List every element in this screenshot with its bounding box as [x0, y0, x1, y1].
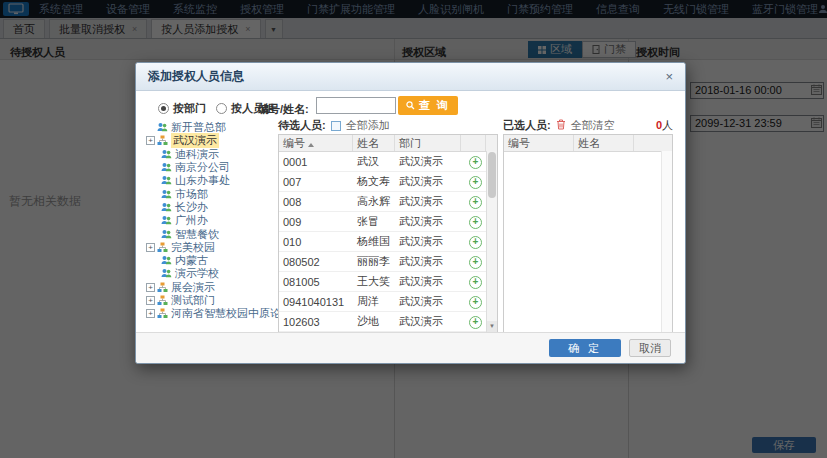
- person-id: 080502: [279, 256, 353, 268]
- users-icon: [157, 122, 168, 133]
- candidate-row: 102603沙地武汉演示+: [279, 312, 497, 332]
- tree-node[interactable]: 演示学校: [146, 267, 276, 280]
- add-all-checkbox-icon[interactable]: [331, 121, 341, 131]
- add-person-icon[interactable]: +: [469, 176, 482, 189]
- row-action-cell: +: [461, 175, 486, 189]
- row-action-cell: +: [461, 255, 486, 269]
- tree-node-label: 河南省智慧校园中原论坛: [171, 306, 292, 321]
- person-dept: 武汉演示: [395, 314, 461, 329]
- expand-icon[interactable]: +: [146, 309, 155, 318]
- tree-node[interactable]: 新开普总部: [146, 121, 276, 134]
- selected-count: 0人: [656, 118, 673, 133]
- search-label: 编号/姓名:: [258, 102, 309, 117]
- add-person-icon[interactable]: +: [469, 316, 482, 329]
- person-dept: 武汉演示: [395, 234, 461, 249]
- add-person-icon[interactable]: +: [469, 236, 482, 249]
- person-name: 丽丽李: [353, 254, 395, 269]
- expand-icon[interactable]: +: [146, 283, 155, 292]
- person-name: 武汉: [353, 154, 395, 169]
- cancel-button[interactable]: 取消: [629, 339, 671, 357]
- expand-icon[interactable]: +: [146, 296, 155, 305]
- users-icon: [161, 202, 172, 213]
- candidates-table-body: 0001武汉武汉演示+007杨文寿武汉演示+008高永辉武汉演示+009张冒武汉…: [279, 152, 497, 333]
- tree-node[interactable]: 迪科演示: [146, 148, 276, 161]
- person-dept: 武汉演示: [395, 214, 461, 229]
- candidate-row: 009张冒武汉演示+: [279, 212, 497, 232]
- org-icon: [157, 135, 168, 146]
- tree-node[interactable]: +测试部门: [146, 294, 276, 307]
- clear-all-label[interactable]: 全部清空: [571, 118, 615, 133]
- scrollbar-thumb[interactable]: [488, 152, 496, 198]
- candidate-row: 081005王大笑武汉演示+: [279, 272, 497, 292]
- search-input[interactable]: [316, 97, 396, 114]
- by-department-radio[interactable]: 按部门: [158, 101, 206, 116]
- row-action-cell: +: [461, 295, 486, 309]
- person-id: 102603: [279, 316, 353, 328]
- row-action-cell: +: [461, 235, 486, 249]
- add-person-icon[interactable]: +: [469, 216, 482, 229]
- scroll-down-icon[interactable]: ▼: [487, 321, 497, 332]
- selected-table-header: 编号 姓名: [504, 135, 672, 152]
- candidate-row: 080502丽丽李武汉演示+: [279, 252, 497, 272]
- candidates-header: 待选人员: 全部添加: [278, 119, 390, 132]
- person-dept: 武汉演示: [395, 254, 461, 269]
- person-name: 高永辉: [353, 194, 395, 209]
- search-icon: [406, 100, 415, 112]
- tree-node[interactable]: +展会演示: [146, 281, 276, 294]
- org-icon: [157, 308, 168, 319]
- col-id-label: 编号: [283, 137, 305, 149]
- expand-icon[interactable]: +: [146, 243, 155, 252]
- selected-header: 已选人员: 全部清空 0人: [503, 119, 673, 132]
- tree-node[interactable]: +武汉演示: [146, 134, 276, 147]
- candidates-table: 编号 姓名 部门 0001武汉武汉演示+007杨文寿武汉演示+008高永辉武汉演…: [278, 134, 498, 333]
- add-person-icon[interactable]: +: [469, 256, 482, 269]
- tree-node[interactable]: 南京分公司: [146, 161, 276, 174]
- tree-node[interactable]: 长沙办: [146, 201, 276, 214]
- users-icon: [161, 149, 172, 160]
- query-button[interactable]: 查 询: [398, 96, 458, 115]
- add-all-label[interactable]: 全部添加: [346, 118, 390, 133]
- app-root: 系统管理设备管理系统监控授权管理门禁扩展功能管理人脸识别闸机门禁预约管理信息查询…: [0, 0, 827, 458]
- tree-node[interactable]: 市场部: [146, 187, 276, 200]
- dialog-header: 添加授权人员信息 ×: [136, 63, 685, 91]
- selected-title: 已选人员:: [503, 118, 551, 133]
- scrollbar[interactable]: ▼: [486, 151, 497, 332]
- trash-icon[interactable]: [556, 119, 566, 132]
- add-person-icon[interactable]: +: [469, 196, 482, 209]
- dialog-footer: 确 定 取消: [136, 332, 685, 363]
- candidate-row: 010杨维国武汉演示+: [279, 232, 497, 252]
- tree-node[interactable]: 智慧餐饮: [146, 227, 276, 240]
- confirm-button[interactable]: 确 定: [549, 339, 621, 357]
- col-header-action: [461, 135, 486, 151]
- expand-icon[interactable]: +: [146, 136, 155, 145]
- query-button-label: 查 询: [419, 98, 450, 113]
- col-header-dept: 部门: [395, 135, 461, 151]
- org-icon: [157, 242, 168, 253]
- users-icon: [161, 229, 172, 240]
- tree-node[interactable]: +完美校园: [146, 241, 276, 254]
- org-icon: [157, 295, 168, 306]
- add-person-icon[interactable]: +: [469, 276, 482, 289]
- person-id: 008: [279, 196, 353, 208]
- by-department-label: 按部门: [173, 101, 206, 116]
- person-id: 0001: [279, 156, 353, 168]
- person-name: 杨维国: [353, 234, 395, 249]
- person-id: 007: [279, 176, 353, 188]
- row-action-cell: +: [461, 215, 486, 229]
- add-person-icon[interactable]: +: [469, 156, 482, 169]
- selected-table: 编号 姓名: [503, 134, 673, 333]
- person-dept: 武汉演示: [395, 294, 461, 309]
- person-dept: 武汉演示: [395, 154, 461, 169]
- candidate-row: 0001武汉武汉演示+: [279, 152, 497, 172]
- candidate-row: 008高永辉武汉演示+: [279, 192, 497, 212]
- add-person-icon[interactable]: +: [469, 296, 482, 309]
- users-icon: [161, 255, 172, 266]
- candidates-table-header: 编号 姓名 部门: [279, 135, 497, 152]
- col-header-id[interactable]: 编号: [279, 135, 353, 151]
- tree-node[interactable]: 山东办事处: [146, 174, 276, 187]
- tree-node[interactable]: 广州办: [146, 214, 276, 227]
- tree-node[interactable]: 内蒙古: [146, 254, 276, 267]
- tree-node[interactable]: +河南省智慧校园中原论坛: [146, 307, 276, 320]
- row-action-cell: +: [461, 275, 486, 289]
- close-icon[interactable]: ×: [665, 69, 673, 84]
